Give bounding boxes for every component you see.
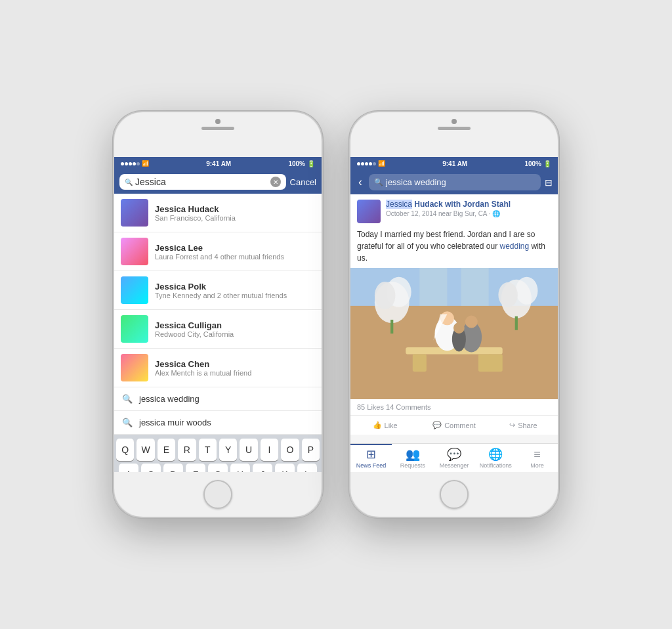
like-icon: 👍 (373, 421, 382, 429)
svg-rect-21 (419, 268, 447, 306)
status-bar-left: 📶 9:41 AM 100% 🔋 (114, 157, 322, 170)
messenger-label: Messenger (440, 462, 469, 469)
result-sub: Laura Forrest and 4 other mutual friends (155, 253, 284, 261)
comment-button[interactable]: 💬 Comment (419, 418, 488, 432)
signal-dots (121, 162, 140, 165)
result-sub: Tyne Kennedy and 2 other mutual friends (155, 292, 287, 299)
share-icon: ↪ (509, 421, 515, 429)
fb-search-input-wrap[interactable]: 🔍 jessica wedding (369, 174, 541, 190)
fb-search-query: jessica wedding (386, 177, 536, 187)
key-s[interactable]: S (141, 464, 161, 472)
key-t[interactable]: T (199, 439, 217, 461)
post-link-wedding[interactable]: wedding (499, 242, 529, 251)
home-button-left[interactable] (203, 480, 232, 509)
post-author-name[interactable]: Jessica Hudack with Jordan Stahl (386, 200, 551, 210)
result-name: Jessica Culligan (155, 320, 234, 330)
battery-icon-right: 🔋 (543, 160, 551, 167)
search-query-text[interactable]: Jessica (135, 177, 268, 187)
status-time-left: 9:41 AM (206, 160, 231, 167)
nav-item-requests[interactable]: 👥 Requests (392, 444, 433, 472)
avatar (121, 354, 148, 381)
back-button[interactable]: ‹ (356, 175, 365, 189)
result-info: Jessica Hudack San Francisco, California (155, 204, 236, 222)
notifications-icon: 🌐 (488, 447, 503, 462)
key-w[interactable]: W (136, 439, 154, 461)
nav-item-newsfeed[interactable]: ⊞ News Feed (350, 444, 392, 472)
svg-rect-22 (461, 268, 489, 306)
nav-item-notifications[interactable]: 🌐 Notifications (475, 444, 516, 472)
nav-item-more[interactable]: ≡ More (516, 444, 558, 472)
search-input-wrap[interactable]: 🔍 Jessica ✕ (119, 174, 286, 190)
key-k[interactable]: K (275, 464, 295, 472)
filter-icon[interactable]: ⊟ (545, 177, 553, 188)
key-j[interactable]: J (253, 464, 272, 472)
keyboard-row-1: Q W E R T Y U I O P (116, 439, 320, 461)
home-button-right[interactable] (440, 480, 469, 509)
key-l[interactable]: L (297, 464, 317, 472)
share-button[interactable]: ↪ Share (489, 418, 558, 432)
key-h[interactable]: H (230, 464, 250, 472)
phone-right: 📶 9:41 AM 100% 🔋 ‹ 🔍 jessica wedding ⊟ (349, 111, 559, 518)
post-stats: 85 Likes 14 Comments (350, 399, 558, 416)
phone-top-bar-right (350, 112, 558, 157)
battery-pct-left: 100% (288, 160, 305, 167)
fb-bottom-nav: ⊞ News Feed 👥 Requests 💬 Messenger 🌐 Not… (350, 443, 558, 472)
fb-header: ‹ 🔍 jessica wedding ⊟ (350, 170, 558, 194)
newsfeed-label: News Feed (356, 462, 387, 469)
rdot4 (369, 162, 372, 165)
key-d[interactable]: D (163, 464, 183, 472)
key-i[interactable]: I (261, 439, 278, 461)
result-info: Jessica Lee Laura Forrest and 4 other mu… (155, 243, 284, 261)
key-o[interactable]: O (281, 439, 299, 461)
key-q[interactable]: Q (116, 439, 134, 461)
suggestion-item[interactable]: 🔍 jessica wedding (114, 387, 322, 411)
nav-item-messenger[interactable]: 💬 Messenger (433, 444, 474, 472)
suggestion-text-1: jessica wedding (139, 394, 200, 404)
list-item[interactable]: Jessica Chen Alex Mentch is a mutual fri… (114, 349, 322, 387)
key-r[interactable]: R (178, 439, 196, 461)
key-f[interactable]: F (186, 464, 205, 472)
nav-active-indicator (350, 444, 392, 445)
key-p[interactable]: P (302, 439, 320, 461)
avatar (121, 276, 148, 304)
list-item[interactable]: Jessica Culligan Redwood City, Californi… (114, 310, 322, 349)
avatar (121, 238, 148, 265)
status-battery-right: 100% 🔋 (524, 160, 551, 167)
key-u[interactable]: U (240, 439, 257, 461)
list-item[interactable]: Jessica Lee Laura Forrest and 4 other mu… (114, 232, 322, 271)
status-battery-left: 100% 🔋 (288, 160, 315, 167)
more-icon: ≡ (534, 448, 541, 462)
keyboard: Q W E R T Y U I O P A S D F G H (114, 435, 322, 472)
list-item[interactable]: Jessica Hudack San Francisco, California (114, 194, 322, 232)
svg-point-8 (516, 277, 538, 305)
post-body: Today I married my best friend. Jordan a… (350, 226, 558, 268)
status-signal-right: 📶 (357, 160, 385, 167)
wifi-icon-right: 📶 (378, 160, 385, 167)
like-button[interactable]: 👍 Like (350, 418, 419, 432)
keyboard-row-2: A S D F G H J K L (116, 464, 320, 472)
post-header: Jessica Hudack with Jordan Stahl October… (350, 194, 558, 226)
result-name: Jessica Chen (155, 359, 251, 369)
result-name: Jessica Hudack (155, 204, 236, 214)
key-e[interactable]: E (158, 439, 175, 461)
list-item[interactable]: Jessica Polk Tyne Kennedy and 2 other mu… (114, 271, 322, 310)
speaker-left (201, 127, 234, 130)
key-g[interactable]: G (208, 464, 228, 472)
cancel-button[interactable]: Cancel (290, 177, 316, 187)
svg-point-5 (375, 282, 396, 309)
phone-screen-right: 📶 9:41 AM 100% 🔋 ‹ 🔍 jessica wedding ⊟ (350, 157, 558, 472)
rdot5 (373, 162, 376, 165)
battery-pct-right: 100% (524, 160, 541, 167)
phone-left: 📶 9:41 AM 100% 🔋 🔍 Jessica ✕ Cancel Jess… (113, 111, 323, 518)
post-info: Jessica Hudack with Jordan Stahl October… (386, 200, 551, 217)
dot4 (133, 162, 136, 165)
search-clear-button[interactable]: ✕ (270, 177, 281, 187)
avatar (121, 315, 148, 343)
key-y[interactable]: Y (219, 439, 237, 461)
suggestion-item[interactable]: 🔍 jessica muir woods (114, 411, 322, 435)
post-author-avatar[interactable] (357, 200, 381, 223)
svg-rect-10 (515, 316, 518, 330)
dot2 (125, 162, 128, 165)
search-results-list: Jessica Hudack San Francisco, California… (114, 194, 322, 472)
key-a[interactable]: A (119, 464, 138, 472)
